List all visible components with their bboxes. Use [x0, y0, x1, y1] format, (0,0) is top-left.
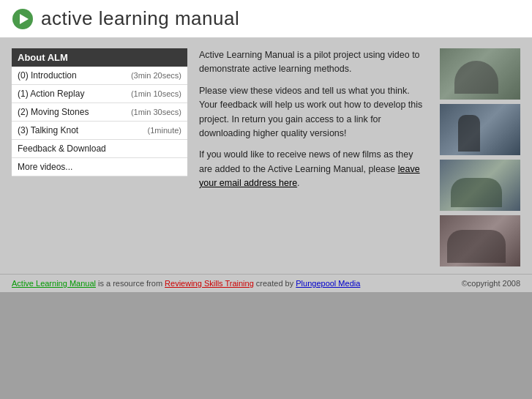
content-paragraph-3: If you would like to receive news of new…	[199, 148, 428, 190]
sidebar-item-more-videos[interactable]: More videos...	[12, 158, 187, 176]
content-paragraph-3-before: If you would like to receive news of new…	[199, 149, 413, 174]
header: active learning manual	[0, 0, 532, 38]
sidebar: About ALM (0) Introduction (3min 20secs)…	[12, 48, 187, 266]
sidebar-item-action-replay-title: (1) Action Replay	[18, 89, 84, 99]
thumbnail-1[interactable]	[440, 48, 520, 100]
footer-link-plungepool[interactable]: Plungepool Media	[296, 279, 360, 288]
main-content: About ALM (0) Introduction (3min 20secs)…	[0, 38, 532, 274]
footer-text-2: created by	[254, 279, 296, 288]
footer-copyright: ©copyright 2008	[462, 279, 520, 288]
sidebar-item-intro-title: (0) Introduction	[18, 70, 77, 81]
content-area: Active Learning Manual is a pilot projec…	[199, 48, 428, 266]
footer-text-1: is a resource from	[96, 279, 165, 288]
sidebar-item-intro-duration: (3min 20secs)	[131, 71, 181, 80]
sidebar-item-more-videos-label: More videos...	[18, 162, 72, 172]
sidebar-item-talking-knot-duration: (1minute)	[148, 126, 181, 135]
play-icon	[12, 8, 34, 30]
thumbnail-4[interactable]	[440, 215, 520, 266]
sidebar-item-moving-stones[interactable]: (2) Moving Stones (1min 30secs)	[12, 103, 187, 122]
footer-link-rst[interactable]: Reviewing Skills Training	[165, 279, 254, 288]
thumbnail-column	[440, 48, 520, 266]
footer-credits: Active Learning Manual is a resource fro…	[12, 279, 360, 288]
footer: Active Learning Manual is a resource fro…	[0, 274, 532, 292]
footer-link-alm[interactable]: Active Learning Manual	[12, 279, 96, 288]
sidebar-item-talking-knot[interactable]: (3) Talking Knot (1minute)	[12, 122, 187, 140]
sidebar-item-moving-stones-title: (2) Moving Stones	[18, 107, 89, 117]
sidebar-item-feedback-label: Feedback & Download	[18, 143, 106, 154]
content-paragraph-1: Active Learning Manual is a pilot projec…	[199, 48, 428, 77]
sidebar-item-action-replay[interactable]: (1) Action Replay (1min 10secs)	[12, 85, 187, 103]
sidebar-item-feedback[interactable]: Feedback & Download	[12, 140, 187, 158]
sidebar-item-action-replay-duration: (1min 10secs)	[131, 89, 181, 98]
thumbnail-2[interactable]	[440, 104, 520, 155]
sidebar-item-intro[interactable]: (0) Introduction (3min 20secs)	[12, 67, 187, 85]
content-paragraph-3-after: .	[297, 178, 299, 188]
sidebar-item-talking-knot-title: (3) Talking Knot	[18, 125, 78, 135]
content-paragraph-2: Please view these videos and tell us wha…	[199, 84, 428, 141]
thumbnail-3[interactable]	[440, 160, 520, 211]
sidebar-header: About ALM	[12, 48, 187, 67]
sidebar-item-moving-stones-duration: (1min 30secs)	[131, 108, 181, 116]
page-title: active learning manual	[41, 7, 239, 30]
